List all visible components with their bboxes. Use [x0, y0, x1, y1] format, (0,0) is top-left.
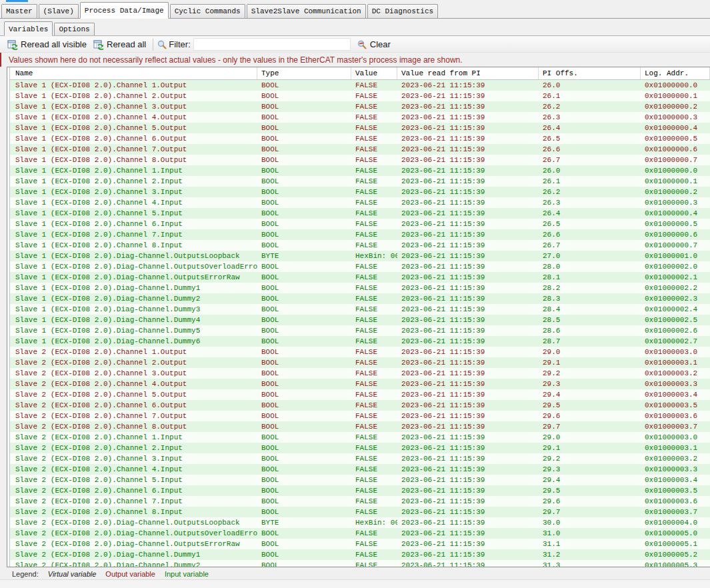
cell-name: Slave 2 (ECX-DI08 2.0).Channel 3.Output [10, 368, 257, 379]
cell-pi-offs: 27.0 [539, 251, 641, 261]
table-row[interactable]: Slave 2 (ECX-DI08 2.0).Channel 8.InputBO… [10, 507, 710, 517]
cell-value-read-from-pi: 2023-06-21 11:15:39 [397, 315, 539, 325]
cell-type: BOOL [257, 560, 351, 567]
column-header-pi-offs[interactable]: PI Offs. [539, 67, 641, 79]
tab-master[interactable]: Master [1, 4, 37, 18]
table-row[interactable]: Slave 2 (ECX-DI08 2.0).Channel 2.InputBO… [10, 443, 710, 453]
cell-name: Slave 1 (ECX-DI08 2.0).Channel 3.Input [10, 187, 257, 197]
table-row[interactable]: Slave 1 (ECX-DI08 2.0).Channel 4.InputBO… [10, 197, 710, 208]
cell-pi-offs: 26.5 [539, 133, 641, 144]
column-header-value-read-from-pi[interactable]: Value read from PI [397, 67, 539, 79]
column-header-name[interactable]: Name [10, 67, 257, 79]
cell-log-addr: 0x01000002.7 [641, 336, 710, 347]
toolbar: Reread all visible Reread all Filter: [0, 37, 710, 53]
table-row[interactable]: Slave 1 (ECX-DI08 2.0).Channel 3.InputBO… [10, 187, 710, 197]
cell-log-addr: 0x01000003.2 [641, 368, 710, 379]
table-row[interactable]: Slave 2 (ECX-DI08 2.0).Channel 2.OutputB… [10, 357, 710, 368]
tab-process-data-image[interactable]: Process Data/Image [80, 2, 169, 19]
cell-value-read-from-pi: 2023-06-21 11:15:39 [397, 261, 539, 272]
table-row[interactable]: Slave 2 (ECX-DI08 2.0).Channel 4.InputBO… [10, 464, 710, 475]
table-row[interactable]: Slave 2 (ECX-DI08 2.0).Channel 3.OutputB… [10, 368, 710, 379]
table-row[interactable]: Slave 2 (ECX-DI08 2.0).Diag-Channel.Outp… [10, 517, 710, 528]
table-row[interactable]: Slave 1 (ECX-DI08 2.0).Channel 2.OutputB… [10, 91, 710, 101]
cell-type: BOOL [257, 539, 351, 549]
cell-value: FALSE [351, 421, 397, 432]
table-row[interactable]: Slave 2 (ECX-DI08 2.0).Channel 5.OutputB… [10, 389, 710, 400]
table-row[interactable]: Slave 1 (ECX-DI08 2.0).Channel 5.InputBO… [10, 208, 710, 219]
cell-value: FALSE [351, 347, 397, 357]
cell-log-addr: 0x01000000.0 [641, 80, 710, 91]
table-row[interactable]: Slave 1 (ECX-DI08 2.0).Channel 1.OutputB… [10, 80, 710, 91]
table-row[interactable]: Slave 2 (ECX-DI08 2.0).Channel 3.InputBO… [10, 453, 710, 464]
table-row[interactable]: Slave 1 (ECX-DI08 2.0).Channel 6.InputBO… [10, 219, 710, 229]
table-row[interactable]: Slave 2 (ECX-DI08 2.0).Channel 8.OutputB… [10, 421, 710, 432]
cell-log-addr: 0x01000002.2 [641, 283, 710, 293]
column-header-type[interactable]: Type [257, 67, 351, 79]
cell-value-read-from-pi: 2023-06-21 11:15:39 [397, 411, 539, 421]
cell-log-addr: 0x01000004.0 [641, 517, 710, 528]
cell-pi-offs: 29.2 [539, 368, 641, 379]
column-header-log-addr[interactable]: Log. Addr. [641, 67, 710, 79]
cell-value: FALSE [351, 304, 397, 315]
table-row[interactable]: Slave 1 (ECX-DI08 2.0).Channel 7.OutputB… [10, 144, 710, 155]
tab-variables[interactable]: Variables [4, 21, 53, 36]
cell-value-read-from-pi: 2023-06-21 11:15:39 [397, 539, 539, 549]
cell-name: Slave 2 (ECX-DI08 2.0).Channel 6.Output [10, 400, 257, 411]
table-row[interactable]: Slave 1 (ECX-DI08 2.0).Channel 3.OutputB… [10, 101, 710, 112]
table-row[interactable]: Slave 2 (ECX-DI08 2.0).Channel 6.InputBO… [10, 485, 710, 496]
table-row[interactable]: Slave 1 (ECX-DI08 2.0).Diag-Channel.Outp… [10, 251, 710, 261]
table-row[interactable]: Slave 2 (ECX-DI08 2.0).Channel 1.OutputB… [10, 347, 710, 357]
cell-value: FALSE [351, 165, 397, 176]
reread-all-button[interactable]: Reread all [90, 38, 149, 51]
table-row[interactable]: Slave 1 (ECX-DI08 2.0).Channel 1.InputBO… [10, 165, 710, 176]
table-row[interactable]: Slave 1 (ECX-DI08 2.0).Channel 2.InputBO… [10, 176, 710, 187]
table-row[interactable]: Slave 1 (ECX-DI08 2.0).Channel 7.InputBO… [10, 229, 710, 240]
cell-type: BOOL [257, 261, 351, 272]
table-row[interactable]: Slave 1 (ECX-DI08 2.0).Diag-Channel.Dumm… [10, 293, 710, 304]
table-row[interactable]: Slave 2 (ECX-DI08 2.0).Channel 4.OutputB… [10, 379, 710, 389]
cell-log-addr: 0x01000000.2 [641, 101, 710, 112]
cell-name: Slave 1 (ECX-DI08 2.0).Channel 7.Input [10, 229, 257, 240]
cell-pi-offs: 28.0 [539, 261, 641, 272]
table-row[interactable]: Slave 1 (ECX-DI08 2.0).Diag-Channel.Outp… [10, 272, 710, 283]
table-row[interactable]: Slave 1 (ECX-DI08 2.0).Channel 6.OutputB… [10, 133, 710, 144]
table-row[interactable]: Slave 1 (ECX-DI08 2.0).Diag-Channel.Outp… [10, 261, 710, 272]
table-row[interactable]: Slave 1 (ECX-DI08 2.0).Channel 5.OutputB… [10, 123, 710, 133]
table-row[interactable]: Slave 1 (ECX-DI08 2.0).Channel 8.InputBO… [10, 240, 710, 251]
table-row[interactable]: Slave 1 (ECX-DI08 2.0).Diag-Channel.Dumm… [10, 336, 710, 347]
cell-name: Slave 2 (ECX-DI08 2.0).Channel 2.Input [10, 443, 257, 453]
filter-input[interactable] [193, 38, 351, 51]
table-row[interactable]: Slave 2 (ECX-DI08 2.0).Channel 6.OutputB… [10, 400, 710, 411]
table-row[interactable]: Slave 2 (ECX-DI08 2.0).Diag-Channel.Outp… [10, 539, 710, 549]
table-row[interactable]: Slave 2 (ECX-DI08 2.0).Channel 7.OutputB… [10, 411, 710, 421]
legend-output-variable: Output variable [105, 570, 155, 578]
table-row[interactable]: Slave 2 (ECX-DI08 2.0).Diag-Channel.Dumm… [10, 560, 710, 567]
tab-slave2slave-communication[interactable]: Slave2Slave Communication [247, 4, 366, 18]
tab-cyclic-commands[interactable]: Cyclic Commands [170, 4, 245, 18]
table-row[interactable]: Slave 2 (ECX-DI08 2.0).Channel 7.InputBO… [10, 496, 710, 507]
cell-type: BOOL [257, 368, 351, 379]
tab-dc-diagnostics[interactable]: DC Diagnostics [367, 4, 438, 18]
table-row[interactable]: Slave 1 (ECX-DI08 2.0).Channel 8.OutputB… [10, 155, 710, 165]
cell-log-addr: 0x01000003.5 [641, 485, 710, 496]
table-row[interactable]: Slave 1 (ECX-DI08 2.0).Channel 4.OutputB… [10, 112, 710, 123]
table-row[interactable]: Slave 2 (ECX-DI08 2.0).Diag-Channel.Outp… [10, 528, 710, 539]
reread-all-visible-button[interactable]: Reread all visible [4, 38, 90, 51]
clear-button[interactable]: Clear [353, 38, 394, 51]
cell-value: HexBin: 00 [351, 517, 397, 528]
table-row[interactable]: Slave 1 (ECX-DI08 2.0).Diag-Channel.Dumm… [10, 304, 710, 315]
cell-value-read-from-pi: 2023-06-21 11:15:39 [397, 304, 539, 315]
table-row[interactable]: Slave 2 (ECX-DI08 2.0).Channel 5.InputBO… [10, 475, 710, 485]
cell-type: BOOL [257, 229, 351, 240]
cell-log-addr: 0x01000003.1 [641, 357, 710, 368]
column-header-value[interactable]: Value [351, 67, 397, 79]
table-row[interactable]: Slave 1 (ECX-DI08 2.0).Diag-Channel.Dumm… [10, 315, 710, 325]
table-row[interactable]: Slave 2 (ECX-DI08 2.0).Diag-Channel.Dumm… [10, 549, 710, 560]
cell-log-addr: 0x01000000.1 [641, 176, 710, 187]
tab-slave[interactable]: (Slave) [39, 4, 79, 18]
table-row[interactable]: Slave 2 (ECX-DI08 2.0).Channel 1.InputBO… [10, 432, 710, 443]
table-row[interactable]: Slave 1 (ECX-DI08 2.0).Diag-Channel.Dumm… [10, 283, 710, 293]
cell-value-read-from-pi: 2023-06-21 11:15:39 [397, 453, 539, 464]
table-row[interactable]: Slave 1 (ECX-DI08 2.0).Diag-Channel.Dumm… [10, 325, 710, 336]
tab-options[interactable]: Options [54, 23, 94, 35]
